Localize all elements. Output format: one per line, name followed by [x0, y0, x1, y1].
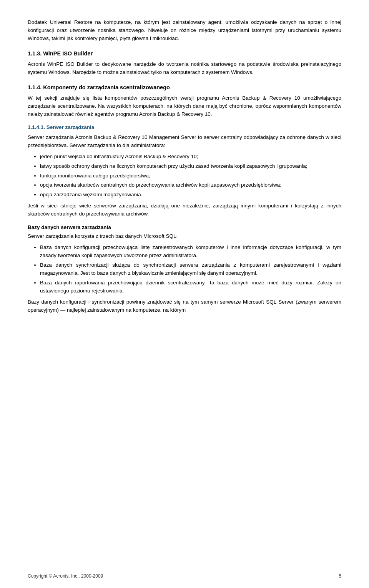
section-1-1-4-title: Komponenty do zarządzania scentralizowan… [43, 84, 170, 90]
section-1-1-4-1-number: 1.1.4.1. [28, 124, 45, 130]
section-1-1-3-title: WinPE ISO Builder [43, 50, 93, 57]
page-footer: Copyright © Acronis, Inc., 2000-2009 5 [0, 570, 369, 579]
footer-page-number: 5 [339, 573, 341, 579]
bullets-list: jeden punkt wejścia do infrastruktury Ac… [40, 153, 341, 199]
list-item: Baza danych konfiguracji przechowująca l… [40, 244, 341, 260]
intro-paragraph: Dodatek Universal Restore na komputerze,… [28, 18, 341, 43]
section-1-1-4-1-title: Serwer zarządzania [47, 124, 95, 130]
list-item: Baza danych raportowania przechowująca d… [40, 279, 341, 295]
list-item: Baza danych synchronizacji służąca do sy… [40, 261, 341, 277]
list-item: funkcja monitorowania całego przedsiębio… [40, 172, 341, 180]
section-1-1-3-paragraph1: Acronis WinPE ISO Builder to dedykowane … [28, 60, 341, 77]
section-1-1-4-heading: 1.1.4. Komponenty do zarządzania scentra… [28, 84, 341, 91]
list-item: opcja tworzenia skarbców centralnych do … [40, 181, 341, 189]
section-1-1-4-1-paragraph2: Jeśli w sieci istnieje wiele serwerów za… [28, 202, 341, 218]
section-1-1-4-paragraph1: W tej sekcji znajduje się lista komponen… [28, 94, 341, 119]
section-1-1-3-heading: 1.1.3. WinPE ISO Builder [28, 50, 341, 57]
section-1-1-4-number: 1.1.4. [28, 84, 42, 90]
section-1-1-4-1-paragraph1: Serwer zarządzania Acronis Backup & Reco… [28, 134, 341, 150]
section-1-1-3-number: 1.1.3. [28, 50, 42, 57]
footer-copyright: Copyright © Acronis, Inc., 2000-2009 [28, 573, 103, 579]
db-bullets-list: Baza danych konfiguracji przechowująca l… [40, 244, 341, 295]
list-item: opcja zarządzania węzłami magazynowania. [40, 191, 341, 199]
section-1-1-4-1-heading: 1.1.4.1. Serwer zarządzania [28, 124, 341, 131]
section-1-1-4-1-paragraph4: Bazy danych konfiguracji i synchronizacj… [28, 298, 341, 314]
list-item: łatwy sposób ochrony danych na licznych … [40, 162, 341, 170]
list-item: jeden punkt wejścia do infrastruktury Ac… [40, 153, 341, 161]
db-bold-heading: Bazy danych serwera zarządzania [28, 224, 341, 230]
section-1-1-4-1-paragraph3: Serwer zarządzania korzysta z trzech baz… [28, 232, 341, 241]
page-container: Dodatek Universal Restore na komputerze,… [0, 0, 369, 588]
